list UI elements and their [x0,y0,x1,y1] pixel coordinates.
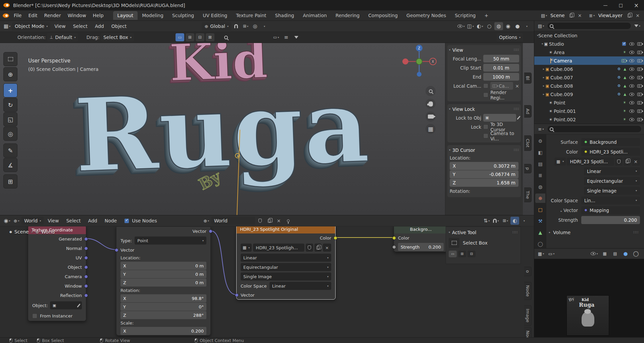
proportional-editing-icon[interactable]: ◎ [251,22,259,30]
spotlight-gizmo[interactable] [235,153,240,158]
workspace-tab-scripting[interactable]: Scripting [450,11,480,20]
close-button[interactable]: × [629,0,644,10]
outliner-row-camera[interactable]: Camera [534,56,644,65]
render-visibility-icon[interactable] [637,76,642,79]
render-visibility-icon[interactable] [637,110,642,113]
snap-magnet-icon[interactable] [232,22,241,30]
scene-name[interactable]: Scene [550,13,565,18]
modifier-icon[interactable]: ⚙ [617,84,621,88]
rotation-z-field[interactable]: Z288° [120,311,206,319]
mode-dropdown[interactable]: Object Mode▾ [12,22,50,30]
shader-menu-node[interactable]: Node [101,218,120,223]
tab-view-layer[interactable]: ≣ [535,171,545,180]
shader-tab-image[interactable]: Image [524,305,532,326]
copy-image-icon[interactable] [314,244,321,252]
local-camera-checkbox[interactable] [483,83,488,88]
fake-user-shield-icon[interactable] [256,217,264,225]
socket-generated[interactable] [84,237,88,241]
workspace-tab-rendering[interactable]: Rendering [331,11,364,20]
render-region-checkbox[interactable] [483,92,488,97]
menu-render[interactable]: Render [41,13,64,18]
shading-solid-icon[interactable]: ◍ [494,22,503,30]
cursor-z-field[interactable]: Z1.658 m [450,179,518,187]
local-camera-field[interactable]: Ca... [490,82,513,90]
socket-camera[interactable] [84,275,88,278]
shading-ball-icon[interactable]: ● [621,250,630,258]
outliner-row-point002[interactable]: ☀Point.002 ☀ [534,115,644,124]
unlink-image-icon[interactable]: × [323,244,331,252]
editor-type-icon[interactable]: ▦▾ [537,250,545,258]
image-menu-icon[interactable]: ▭▾ [547,250,556,258]
light-data-icon[interactable]: ☀ [623,109,626,113]
select-mode-intersect-icon[interactable]: ⊠ [206,33,214,41]
hide-icon[interactable] [629,93,634,96]
camera-data-icon[interactable] [622,59,626,62]
panel-drag-dots[interactable]: ∷∷ [514,107,519,111]
mode-new-icon[interactable]: ▭ [449,251,457,257]
editor-type-icon[interactable]: ▦▾ [3,22,11,30]
image-browse-icon[interactable]: ▦▾ [554,158,566,166]
delete-scene-icon[interactable]: × [576,11,584,19]
properties-search[interactable] [547,125,642,133]
tab-render[interactable]: ◧ [535,148,545,157]
collapse-icon[interactable]: ▾ [449,148,450,152]
cursor-y-field[interactable]: Y-0.06774 m [450,170,518,178]
modifier-icon[interactable]: ⚙ [617,67,621,71]
workspace-tab-compositing[interactable]: Compositing [364,11,402,20]
workspace-tab-layout[interactable]: Layout [113,11,138,20]
hide-icon[interactable] [629,110,634,113]
node-background[interactable]: Backgro... Color Strength0.200 [394,226,448,252]
panel-title[interactable]: View Lock [452,106,475,112]
mode-extend-icon[interactable]: ⊞ [458,251,466,257]
viewport-menu-object[interactable]: Object [108,24,130,29]
outliner-row-cube007[interactable]: ▸▣Cube.007 ⚙▲ [534,73,644,82]
cursor-x-field[interactable]: X0.3072 m [450,162,518,170]
new-view-layer-icon[interactable] [625,11,633,19]
projection-dropdown[interactable]: Equirectangular▾ [241,263,331,271]
rotation-y-field[interactable]: Y0° [120,303,206,311]
eyedropper-icon[interactable] [77,303,81,307]
filter-icon[interactable]: ▾ [633,22,642,30]
outliner-row-point[interactable]: ☀Point ☀ [534,98,644,107]
render-visibility-icon[interactable] [637,59,642,62]
shader-menu-view[interactable]: View [44,218,62,223]
overlays-icon[interactable]: ◫▾ [466,22,475,30]
view-layer-name[interactable]: ViewLayer [598,13,623,18]
socket-window[interactable] [84,284,88,288]
workspace-tab-animation[interactable]: Animation [298,11,331,20]
lock-3d-cursor-checkbox[interactable] [483,124,488,129]
menu-window[interactable]: Window [64,13,89,18]
tab-output[interactable]: ▤ [535,159,545,168]
node-texture-coordinate[interactable]: Texture Coordinate Generated Normal UV O… [28,226,86,321]
rotation-x-field[interactable]: X98.8° [120,294,206,302]
viewport-menu-view[interactable]: View [51,24,69,29]
shading-rendered-icon[interactable]: ● [513,22,522,30]
collapse-icon[interactable]: ▾ [449,231,450,234]
collection-checkbox[interactable] [622,42,626,46]
image-name-field[interactable]: HDRI_23 Spotli... [567,158,614,166]
tab-modifiers[interactable]: ⚒ [535,217,545,226]
light-data-icon[interactable]: ☀ [623,100,626,105]
panel-title[interactable]: 3D Cursor [452,147,475,153]
pan-hand-icon[interactable] [426,99,436,109]
search-icon[interactable] [222,33,231,41]
clear-local-camera-icon[interactable]: × [515,83,519,89]
tab-world[interactable]: ⊕ [535,194,545,203]
pin-icon[interactable] [284,217,293,225]
mesh-data-icon[interactable]: ▲ [624,67,626,71]
socket-object[interactable] [84,265,88,269]
xray-toggle-icon[interactable]: ◐▾ [476,22,484,30]
ortho-grid-icon[interactable]: ▦ [426,124,436,134]
projection-dropdown[interactable]: Equirectangular▾ [584,177,640,185]
3d-text-ruga[interactable]: Ruga [72,66,371,195]
render-visibility-icon[interactable] [637,84,642,88]
tool-add-cube[interactable]: ⊞ [3,174,17,188]
strength-field[interactable]: 0.200 [581,216,640,224]
socket-reflection[interactable] [84,294,88,297]
editor-type-icon[interactable]: ◉▾ [3,217,11,225]
select-mode-new-icon[interactable]: ▭ [176,33,184,41]
shader-menu-add[interactable]: Add [85,218,101,223]
scale-x-field[interactable]: X0.200 [120,327,206,335]
hide-icon[interactable] [629,68,634,71]
outliner-row-cube006[interactable]: ▸▣Cube.006 ⚙▲ [534,65,644,73]
